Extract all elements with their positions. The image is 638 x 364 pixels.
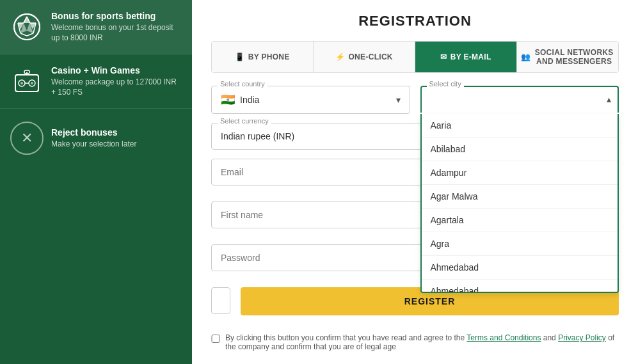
tab-by-email[interactable]: ✉ BY E-MAIL	[415, 42, 517, 72]
sidebar-item-reject-bonuses[interactable]: ✕ Reject bonuses Make your selection lat…	[0, 111, 192, 165]
currency-label: Select currency	[218, 117, 271, 125]
promo-input[interactable]	[211, 287, 230, 314]
tab-by-phone[interactable]: 📱 BY PHONE	[212, 42, 314, 72]
reject-title: Reject bonuses	[51, 127, 136, 138]
svg-line-11	[27, 33, 33, 36]
reject-text: Reject bonuses Make your selection later	[51, 127, 136, 150]
country-value: India	[240, 95, 259, 105]
sports-bonus-icon	[10, 10, 44, 44]
tab-phone-label: BY PHONE	[248, 52, 290, 61]
svg-rect-21	[24, 70, 29, 74]
tab-social-label: SOCIAL NETWORKS AND MESSENGERS	[534, 48, 614, 66]
city-item-agra[interactable]: Agra	[422, 232, 618, 256]
casino-bonus-desc: Welcome package up to 127000 INR + 150 F…	[51, 77, 182, 97]
city-item-ahmedabad-1[interactable]: Ahmedabad	[422, 256, 618, 280]
city-dropdown-list: Aaria Abilabad Adampur Agar Malwa Agarta…	[420, 114, 619, 293]
city-item-agartala[interactable]: Agartala	[422, 209, 618, 232]
city-label: Select city	[427, 80, 464, 88]
page-title: REGISTRATION	[211, 13, 619, 29]
email-icon: ✉	[440, 52, 447, 61]
tab-social-networks[interactable]: 👥 SOCIAL NETWORKS AND MESSENGERS	[517, 42, 618, 72]
tab-one-click[interactable]: ⚡ ONE-CLICK	[314, 42, 415, 72]
social-icon: 👥	[521, 52, 530, 61]
country-select[interactable]: 🇮🇳 India ▾	[211, 86, 410, 114]
city-item-adampur[interactable]: Adampur	[422, 161, 618, 185]
casino-bonus-icon	[10, 65, 44, 98]
terms-text: By clicking this button you confirm that…	[225, 333, 619, 351]
city-item-ahmedabad-2[interactable]: Ahmedabad	[422, 280, 618, 293]
sports-bonus-desc: Welcome bonus on your 1st deposit up to …	[51, 23, 182, 43]
terms-row: By clicking this button you confirm that…	[211, 333, 619, 351]
country-city-row: Select country 🇮🇳 India ▾ Select city ▴ …	[211, 86, 619, 114]
casino-bonus-title: Casino + Win Games	[51, 65, 182, 75]
country-chevron-icon: ▾	[396, 95, 401, 105]
svg-point-22	[20, 82, 23, 84]
country-label: Select country	[218, 80, 267, 88]
reject-icon: ✕	[10, 122, 44, 155]
svg-line-12	[20, 33, 27, 36]
india-flag-icon: 🇮🇳	[221, 93, 235, 107]
terms-link-1[interactable]: Terms and Conditions	[467, 333, 541, 342]
terms-and: and	[543, 333, 558, 342]
sidebar: Bonus for sports betting Welcome bonus o…	[0, 0, 192, 364]
oneclick-icon: ⚡	[335, 52, 345, 61]
country-group: Select country 🇮🇳 India ▾	[211, 86, 410, 114]
reject-desc: Make your selection later	[51, 139, 136, 150]
terms-checkbox[interactable]	[211, 335, 220, 343]
phone-icon: 📱	[235, 52, 244, 61]
casino-bonus-text: Casino + Win Games Welcome package up to…	[51, 65, 182, 97]
sidebar-item-casino-bonus[interactable]: Casino + Win Games Welcome package up to…	[0, 54, 192, 109]
tab-oneclick-label: ONE-CLICK	[348, 52, 392, 61]
promo-group	[211, 287, 230, 315]
terms-link-2[interactable]: Privacy Policy	[558, 333, 606, 342]
city-input[interactable]	[420, 86, 619, 113]
city-group: Select city ▴ Aaria Abilabad Adampur Aga…	[420, 86, 619, 114]
main-content: REGISTRATION 📱 BY PHONE ⚡ ONE-CLICK ✉ BY…	[192, 0, 638, 364]
registration-tabs: 📱 BY PHONE ⚡ ONE-CLICK ✉ BY E-MAIL 👥 SOC…	[211, 41, 619, 73]
svg-point-23	[31, 82, 33, 84]
city-item-agar-malwa[interactable]: Agar Malwa	[422, 185, 618, 209]
sports-bonus-title: Bonus for sports betting	[51, 11, 182, 21]
sports-bonus-text: Bonus for sports betting Welcome bonus o…	[51, 11, 182, 43]
sidebar-item-sports-bonus[interactable]: Bonus for sports betting Welcome bonus o…	[0, 0, 192, 54]
terms-prefix: By clicking this button you confirm that…	[225, 333, 465, 342]
city-item-aaria[interactable]: Aaria	[422, 114, 618, 138]
tab-email-label: BY E-MAIL	[451, 52, 491, 61]
city-item-abilabad[interactable]: Abilabad	[422, 138, 618, 161]
